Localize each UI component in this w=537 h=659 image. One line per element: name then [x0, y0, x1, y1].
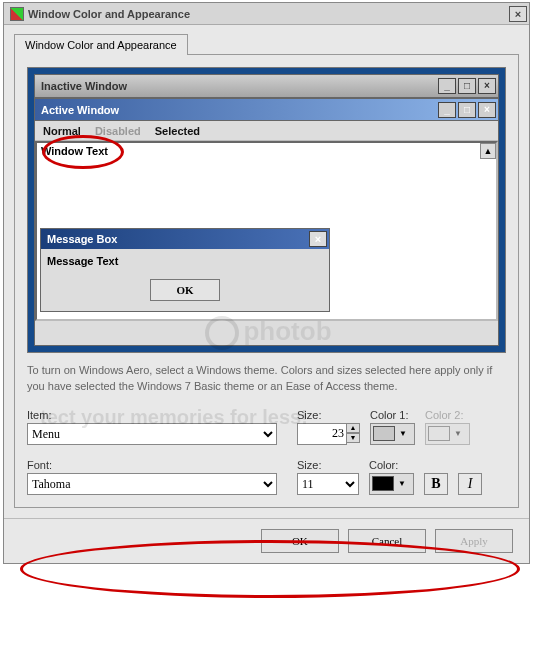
inactive-title-text: Inactive Window: [41, 80, 127, 92]
msgbox-ok-button[interactable]: OK: [150, 279, 220, 301]
inactive-window-titlebar[interactable]: Inactive Window _ □ ×: [34, 74, 499, 98]
apply-button: Apply: [435, 529, 513, 553]
cancel-button[interactable]: Cancel: [348, 529, 426, 553]
description-text: To turn on Windows Aero, select a Window…: [27, 363, 506, 395]
msgbox-titlebar[interactable]: Message Box ×: [41, 229, 329, 249]
scrollbar-up-button[interactable]: ▲: [480, 143, 496, 159]
color2-label: Color 2:: [425, 409, 470, 421]
outer-close-button[interactable]: ×: [509, 6, 527, 22]
chevron-down-icon: ▼: [454, 429, 462, 438]
menu-selected[interactable]: Selected: [155, 125, 200, 137]
outer-titlebar: Window Color and Appearance ×: [4, 3, 529, 25]
chevron-down-icon: ▼: [398, 479, 406, 488]
font-color-swatch: [372, 476, 394, 491]
menu-normal[interactable]: Normal: [43, 125, 81, 137]
tab-color-appearance[interactable]: Window Color and Appearance: [14, 34, 188, 55]
ok-button[interactable]: OK: [261, 529, 339, 553]
item-size-label: Size:: [297, 409, 360, 421]
font-size-label: Size:: [297, 459, 359, 471]
preview-menu-bar: Normal Disabled Selected: [35, 121, 498, 141]
font-color-label: Color:: [369, 459, 414, 471]
inactive-minimize-button[interactable]: _: [438, 78, 456, 94]
item-select[interactable]: Menu: [27, 423, 277, 445]
dialog-window: Window Color and Appearance × Window Col…: [3, 2, 530, 564]
active-minimize-button[interactable]: _: [438, 102, 456, 118]
color2-button: ▼: [425, 423, 470, 445]
active-title-text: Active Window: [41, 104, 119, 116]
font-select[interactable]: Tahoma: [27, 473, 277, 495]
item-label: Item:: [27, 409, 287, 421]
tab-strip: Window Color and Appearance: [4, 25, 529, 54]
app-icon: [10, 7, 24, 21]
color2-swatch: [428, 426, 450, 441]
bold-button[interactable]: B: [424, 473, 448, 495]
preview-area: Inactive Window _ □ × Active Window _ □ …: [27, 67, 506, 353]
font-color-button[interactable]: ▼: [369, 473, 414, 495]
italic-button[interactable]: I: [458, 473, 482, 495]
color1-label: Color 1:: [370, 409, 415, 421]
dialog-button-bar: OK Cancel Apply: [4, 518, 529, 563]
item-size-input[interactable]: [297, 423, 347, 445]
color1-swatch: [373, 426, 395, 441]
active-titlebar[interactable]: Active Window _ □ ×: [35, 99, 498, 121]
font-size-select[interactable]: 11: [297, 473, 359, 495]
msgbox-title-text: Message Box: [47, 233, 117, 245]
size-spin-down[interactable]: ▼: [346, 433, 360, 443]
active-close-button[interactable]: ×: [478, 102, 496, 118]
msgbox-text: Message Text: [41, 249, 329, 273]
window-text: Window Text: [41, 145, 108, 157]
inactive-close-button[interactable]: ×: [478, 78, 496, 94]
tab-content: Inactive Window _ □ × Active Window _ □ …: [14, 54, 519, 508]
msgbox-close-button[interactable]: ×: [309, 231, 327, 247]
menu-disabled: Disabled: [95, 125, 141, 137]
size-spin-up[interactable]: ▲: [346, 423, 360, 433]
inactive-maximize-button[interactable]: □: [458, 78, 476, 94]
color1-button[interactable]: ▼: [370, 423, 415, 445]
outer-title: Window Color and Appearance: [28, 8, 190, 20]
item-row: Item: Menu Size: ▲ ▼ Color 1:: [27, 409, 506, 445]
font-row: Font: Tahoma Size: 11 Color: ▼ B I: [27, 459, 506, 495]
message-box: Message Box × Message Text OK: [40, 228, 330, 312]
font-label: Font:: [27, 459, 287, 471]
chevron-down-icon: ▼: [399, 429, 407, 438]
active-maximize-button[interactable]: □: [458, 102, 476, 118]
